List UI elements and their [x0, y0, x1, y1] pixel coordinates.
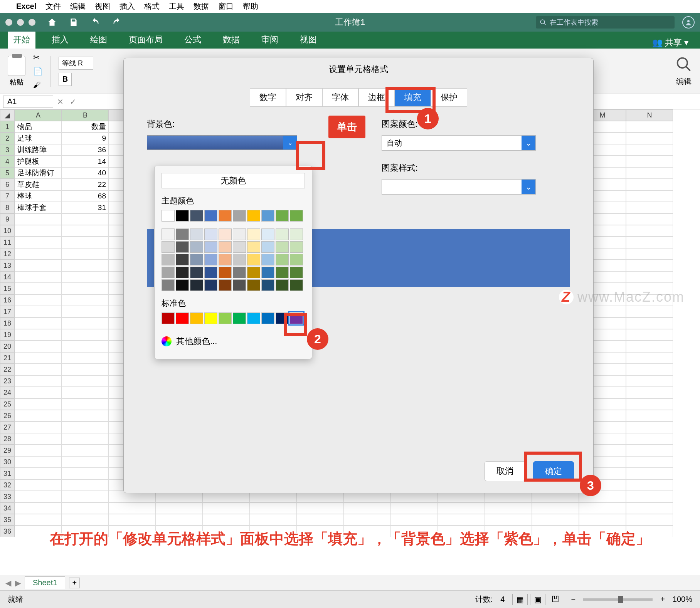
color-swatch[interactable]	[190, 228, 203, 240]
color-swatch[interactable]	[219, 210, 232, 222]
cell[interactable]	[626, 422, 673, 433]
cell[interactable]	[62, 352, 109, 364]
undo-icon[interactable]	[90, 17, 100, 27]
cell[interactable]	[626, 364, 673, 375]
cell[interactable]	[626, 144, 673, 156]
color-swatch[interactable]	[290, 279, 303, 291]
cell[interactable]	[626, 271, 673, 283]
cell[interactable]	[626, 237, 673, 248]
cell[interactable]	[626, 202, 673, 213]
color-swatch[interactable]	[219, 254, 232, 265]
cell[interactable]	[532, 502, 579, 514]
color-swatch[interactable]	[219, 312, 232, 324]
row-header[interactable]: 24	[0, 387, 15, 398]
row-header[interactable]: 22	[0, 364, 15, 375]
cell[interactable]	[62, 422, 109, 433]
color-swatch[interactable]	[247, 254, 260, 265]
color-swatch[interactable]	[190, 312, 203, 324]
cell[interactable]	[15, 283, 62, 294]
view-normal-icon[interactable]: ▦	[512, 594, 528, 605]
color-swatch[interactable]	[162, 228, 175, 240]
cell[interactable]: 训练路障	[15, 144, 62, 156]
cell[interactable]	[62, 502, 109, 514]
cell[interactable]	[15, 237, 62, 248]
cell[interactable]	[626, 491, 673, 502]
cell[interactable]: 68	[62, 190, 109, 202]
cell[interactable]	[109, 514, 156, 526]
color-swatch[interactable]	[290, 241, 303, 253]
cell[interactable]	[626, 260, 673, 271]
tab-data[interactable]: 数据	[217, 31, 245, 49]
row-header[interactable]: 4	[0, 156, 15, 167]
row-header[interactable]: 21	[0, 352, 15, 364]
row-header[interactable]: 33	[0, 491, 15, 502]
format-painter-icon[interactable]: 🖌	[33, 81, 43, 89]
paste-icon[interactable]	[8, 56, 25, 76]
cell[interactable]	[344, 526, 391, 537]
color-swatch[interactable]	[233, 312, 246, 324]
color-swatch[interactable]	[247, 241, 260, 253]
ok-button[interactable]: 确定	[533, 461, 574, 481]
tab-review[interactable]: 审阅	[256, 31, 284, 49]
cancel-formula-icon[interactable]: ✕	[57, 97, 64, 106]
row-header[interactable]: 26	[0, 410, 15, 422]
cell[interactable]	[626, 133, 673, 144]
copy-icon[interactable]: 📄	[33, 67, 43, 76]
cell[interactable]	[250, 502, 297, 514]
cell[interactable]	[62, 317, 109, 329]
cell[interactable]	[15, 456, 62, 468]
cell[interactable]	[15, 213, 62, 225]
color-swatch[interactable]	[233, 254, 246, 265]
cell[interactable]	[15, 479, 62, 491]
user-avatar-icon[interactable]	[682, 16, 695, 29]
cell[interactable]	[579, 526, 626, 537]
cell[interactable]	[15, 364, 62, 375]
row-header[interactable]: 36	[0, 526, 15, 537]
cell[interactable]	[626, 445, 673, 456]
color-swatch[interactable]	[190, 254, 203, 265]
zoom-slider[interactable]	[583, 598, 653, 601]
cancel-button[interactable]: 取消	[485, 461, 525, 481]
row-header[interactable]: 12	[0, 248, 15, 260]
cell[interactable]	[485, 502, 532, 514]
cell[interactable]	[15, 306, 62, 317]
cell[interactable]	[626, 283, 673, 294]
cell[interactable]	[626, 387, 673, 398]
tab-insert[interactable]: 插入	[46, 31, 74, 49]
col-header[interactable]: B	[62, 109, 109, 121]
cell[interactable]	[62, 468, 109, 479]
color-swatch[interactable]	[219, 267, 232, 278]
cell[interactable]	[626, 121, 673, 133]
color-swatch[interactable]	[176, 210, 189, 222]
cell[interactable]	[62, 398, 109, 410]
cell[interactable]	[62, 283, 109, 294]
cell[interactable]: 棒球手套	[15, 202, 62, 213]
app-name[interactable]: Excel	[16, 2, 36, 11]
row-header[interactable]: 35	[0, 514, 15, 526]
cell[interactable]	[15, 491, 62, 502]
cell[interactable]	[626, 398, 673, 410]
bold-button[interactable]: B	[59, 73, 72, 86]
cell[interactable]	[297, 526, 344, 537]
col-header[interactable]: A	[15, 109, 62, 121]
tab-formula[interactable]: 公式	[179, 31, 207, 49]
cell[interactable]	[15, 271, 62, 283]
cell[interactable]: 22	[62, 179, 109, 190]
color-swatch[interactable]	[261, 254, 274, 265]
cell[interactable]	[626, 190, 673, 202]
color-swatch[interactable]	[204, 228, 217, 240]
cell[interactable]	[626, 456, 673, 468]
view-layout-icon[interactable]: ▣	[530, 594, 545, 605]
sheet-nav-next-icon[interactable]: ▶	[15, 578, 21, 588]
zoom-in-button[interactable]: +	[660, 595, 665, 604]
row-header[interactable]: 7	[0, 190, 15, 202]
pattern-color-select[interactable]: 自动 ⌄	[382, 135, 536, 151]
cell[interactable]	[438, 514, 485, 526]
row-header[interactable]: 18	[0, 317, 15, 329]
cell[interactable]: 9	[62, 133, 109, 144]
color-swatch[interactable]	[233, 241, 246, 253]
cell[interactable]	[626, 526, 673, 537]
save-icon[interactable]	[69, 17, 79, 27]
color-swatch[interactable]	[276, 279, 289, 291]
color-swatch[interactable]	[176, 312, 189, 324]
